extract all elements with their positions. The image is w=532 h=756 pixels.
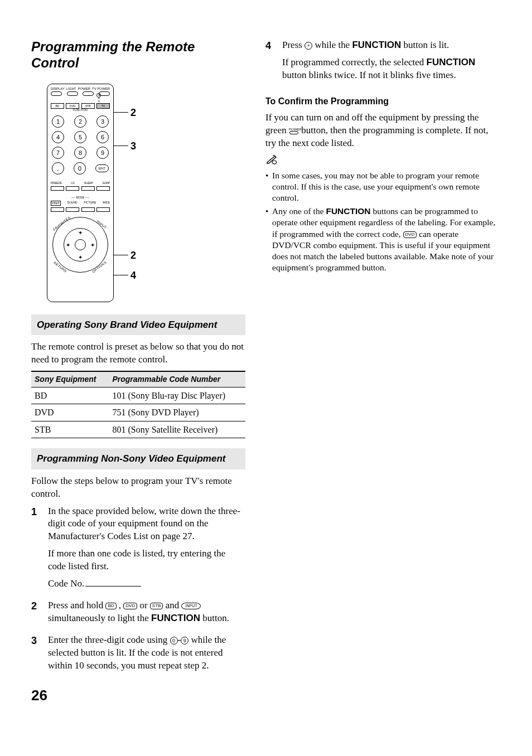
code-blank [85, 586, 141, 587]
body-text: The remote control is preset as below so… [31, 341, 245, 366]
diagram-label: LIGHT [66, 86, 76, 91]
digit-zero-icon: 0 [170, 637, 178, 644]
table-header: Programmable Code Number [109, 371, 245, 387]
numpad-key: 8 [74, 147, 86, 159]
step-number: 1 [31, 505, 48, 595]
table-header: Sony Equipment [31, 371, 109, 387]
diagram-label: TV POWER [92, 86, 110, 91]
remote-diagram: DISPLAY LIGHT POWER TV POWER FUNCTION BD… [31, 81, 143, 304]
table-row: BD 101 (Sony Blu-ray Disc Player) [31, 387, 245, 404]
step-text: Press + while the FUNCTION button is lit… [282, 39, 499, 52]
numpad-key: 2 [74, 115, 86, 128]
numpad-key: 4 [52, 131, 64, 143]
subsection-heading: To Confirm the Programming [265, 95, 499, 108]
step-text: In the space provided below, write down … [48, 505, 245, 544]
page-number: 26 [31, 686, 245, 705]
step-number: 4 [265, 39, 282, 86]
diagram-label: DISPLAY [51, 86, 65, 91]
power-button-icon: POWER [289, 128, 299, 134]
note-icon [265, 154, 499, 168]
step-item: 2 Press and hold BD , DVD or STB and INP… [31, 599, 245, 629]
callout-number: 3 [130, 139, 136, 153]
numpad-key: . [52, 162, 64, 175]
diagram-label: CC [71, 181, 75, 185]
step-text: Press and hold BD , DVD or STB and INPUT… [48, 599, 245, 625]
dvd-icon: DVD [123, 603, 137, 609]
diagram-button [83, 91, 94, 96]
note-item: In some cases, you may not be able to pr… [265, 170, 499, 203]
callout-number: 4 [130, 269, 136, 282]
stb-icon: STB [150, 603, 163, 609]
step-item: 3 Enter the three-digit code using 0-9 w… [31, 634, 245, 677]
diagram-label: FREEZE [51, 181, 62, 185]
section-heading: Operating Sony Brand Video Equipment [31, 314, 245, 335]
table-cell: 801 (Sony Satellite Receiver) [109, 421, 245, 438]
codes-table: Sony Equipment Programmable Code Number … [31, 371, 245, 439]
table-cell: 101 (Sony Blu-ray Disc Player) [109, 387, 245, 404]
numpad-key: 0 [74, 162, 86, 175]
callout-number: 2 [130, 106, 136, 119]
digit-nine-icon: 9 [181, 637, 188, 644]
step-text: If more than one code is listed, try ent… [48, 547, 245, 573]
page-title: Programming the Remote Control [31, 39, 245, 71]
diagram-button [51, 186, 64, 191]
diagram-label: SOUND [67, 201, 78, 206]
table-cell: BD [31, 387, 109, 404]
diagram-label: PICTURE [84, 201, 96, 206]
diagram-button [51, 91, 62, 96]
body-text: If you can turn on and off the equipment… [265, 112, 499, 150]
table-row: STB 801 (Sony Satellite Receiver) [31, 421, 245, 438]
step-text: Code No. [48, 578, 245, 590]
bd-icon: BD [105, 603, 116, 609]
diagram-label: JUMP [102, 181, 110, 185]
diagram-label: SLEEP [84, 181, 93, 185]
callout-number: 2 [130, 249, 136, 262]
ent-button: ENT [95, 164, 109, 172]
diagram-button [51, 207, 64, 212]
numpad-key: 5 [74, 131, 86, 143]
step-item: 1 In the space provided below, write dow… [31, 505, 245, 595]
numpad-key: 1 [52, 115, 64, 128]
note-item: Any one of the FUNCTION buttons can be p… [265, 206, 499, 273]
plus-icon: + [304, 42, 312, 50]
table-cell: STB [31, 421, 109, 438]
diagram-button [96, 207, 110, 212]
diagram-label: POWER [78, 86, 90, 91]
step-number: 3 [31, 634, 48, 677]
diagram-button [66, 207, 79, 212]
diagram-button [67, 91, 78, 96]
table-cell: 751 (Sony DVD Player) [109, 404, 245, 421]
step-number: 2 [31, 599, 48, 629]
nav-center-button [75, 239, 86, 250]
dvd-icon: DVD [403, 231, 417, 238]
table-row: DVD 751 (Sony DVD Player) [31, 404, 245, 421]
numpad-key: 9 [96, 147, 109, 159]
diagram-button [66, 186, 79, 191]
diagram-button [81, 207, 95, 212]
table-cell: DVD [31, 404, 109, 421]
step-text: If programmed correctly, the selected FU… [282, 56, 499, 82]
section-heading: Programming Non-Sony Video Equipment [31, 448, 245, 469]
diagram-label: WIDE [103, 201, 110, 206]
diagram-label: DMeX [51, 201, 61, 206]
step-text: Enter the three-digit code using 0-9 whi… [48, 634, 245, 672]
function-label: FUNCTION [47, 108, 113, 112]
diagram-button [96, 186, 110, 191]
mode-label: MODE [76, 196, 85, 199]
diagram-button [81, 186, 95, 191]
numpad-key: 7 [52, 147, 64, 159]
numpad-key: 3 [96, 115, 109, 128]
input-icon: INPUT [181, 603, 201, 609]
body-text: Follow the steps below to program your T… [31, 475, 245, 501]
numpad-key: 6 [96, 131, 109, 143]
step-item: 4 Press + while the FUNCTION button is l… [265, 39, 499, 86]
